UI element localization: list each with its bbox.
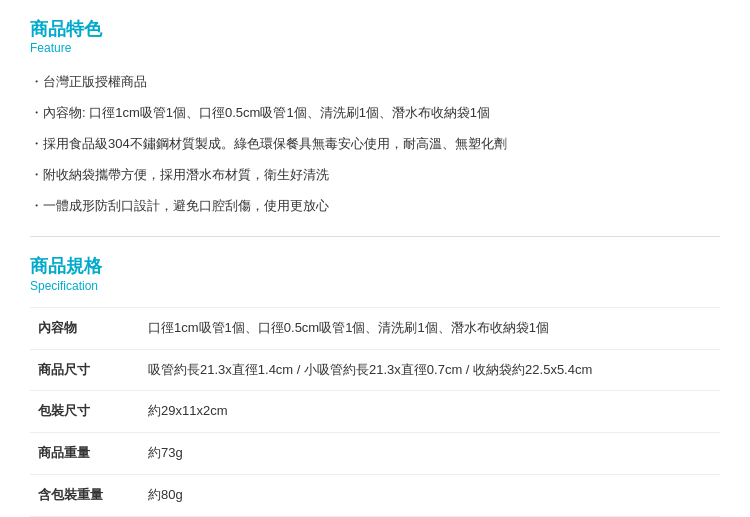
- feature-header: 商品特色 Feature: [30, 18, 720, 55]
- spec-label: 商品重量: [30, 433, 140, 475]
- spec-label: 內容物: [30, 307, 140, 349]
- specification-table: 內容物口徑1cm吸管1個、口徑0.5cm吸管1個、清洗刷1個、潛水布收納袋1個商…: [30, 307, 720, 517]
- spec-table-row: 商品重量約73g: [30, 433, 720, 475]
- specification-title: 商品規格: [30, 255, 720, 278]
- feature-list: 台灣正版授權商品內容物: 口徑1cm吸管1個、口徑0.5cm吸管1個、清洗刷1個…: [30, 67, 720, 221]
- feature-subtitle: Feature: [30, 41, 720, 55]
- feature-list-item: 附收納袋攜帶方便，採用潛水布材質，衛生好清洗: [30, 160, 720, 191]
- spec-label: 包裝尺寸: [30, 391, 140, 433]
- feature-list-item: 台灣正版授權商品: [30, 67, 720, 98]
- specification-section: 商品規格 Specification 內容物口徑1cm吸管1個、口徑0.5cm吸…: [0, 237, 750, 517]
- spec-value: 吸管約長21.3x直徑1.4cm / 小吸管約長21.3x直徑0.7cm / 收…: [140, 349, 720, 391]
- feature-list-item: 一體成形防刮口設計，避免口腔刮傷，使用更放心: [30, 191, 720, 222]
- spec-table-row: 含包裝重量約80g: [30, 474, 720, 516]
- spec-label: 含包裝重量: [30, 474, 140, 516]
- spec-table-row: 商品尺寸吸管約長21.3x直徑1.4cm / 小吸管約長21.3x直徑0.7cm…: [30, 349, 720, 391]
- feature-title: 商品特色: [30, 18, 720, 41]
- specification-subtitle: Specification: [30, 279, 720, 293]
- spec-value: 口徑1cm吸管1個、口徑0.5cm吸管1個、清洗刷1個、潛水布收納袋1個: [140, 307, 720, 349]
- specification-table-body: 內容物口徑1cm吸管1個、口徑0.5cm吸管1個、清洗刷1個、潛水布收納袋1個商…: [30, 307, 720, 517]
- page-container: 商品特色 Feature 台灣正版授權商品內容物: 口徑1cm吸管1個、口徑0.…: [0, 0, 750, 517]
- spec-value: 約29x11x2cm: [140, 391, 720, 433]
- spec-value: 約80g: [140, 474, 720, 516]
- specification-header: 商品規格 Specification: [30, 255, 720, 292]
- feature-list-item: 採用食品級304不鏽鋼材質製成。綠色環保餐具無毒安心使用，耐高溫、無塑化劑: [30, 129, 720, 160]
- feature-list-item: 內容物: 口徑1cm吸管1個、口徑0.5cm吸管1個、清洗刷1個、潛水布收納袋1…: [30, 98, 720, 129]
- spec-value: 約73g: [140, 433, 720, 475]
- spec-label: 商品尺寸: [30, 349, 140, 391]
- spec-table-row: 包裝尺寸約29x11x2cm: [30, 391, 720, 433]
- feature-section: 商品特色 Feature 台灣正版授權商品內容物: 口徑1cm吸管1個、口徑0.…: [0, 0, 750, 236]
- spec-table-row: 內容物口徑1cm吸管1個、口徑0.5cm吸管1個、清洗刷1個、潛水布收納袋1個: [30, 307, 720, 349]
